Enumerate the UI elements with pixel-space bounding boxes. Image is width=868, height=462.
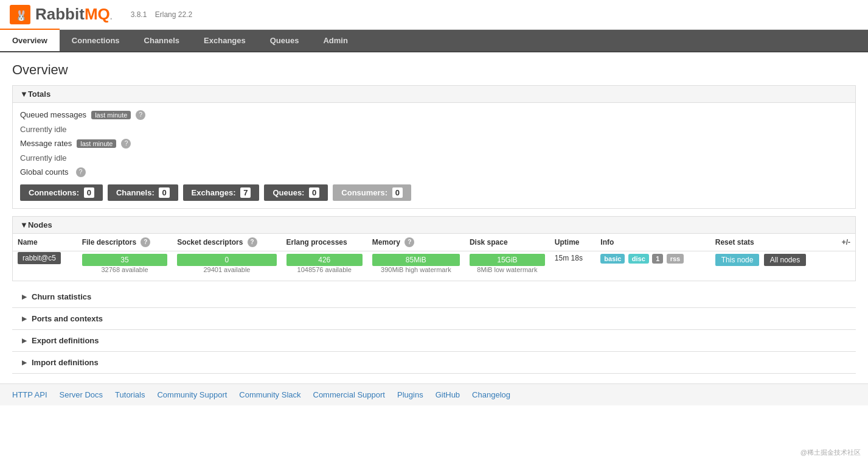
queued-messages-label: Queued messages — [20, 110, 86, 119]
svg-text:🐰: 🐰 — [15, 10, 27, 21]
col-info: Info — [595, 234, 710, 251]
churn-arrow: ▶ — [22, 293, 27, 300]
nav-admin[interactable]: Admin — [311, 30, 359, 51]
tag-basic[interactable]: basic — [600, 254, 625, 264]
socket-desc-help[interactable]: ? — [248, 237, 257, 247]
file-desc-sub: 32768 available — [82, 266, 168, 273]
reset-stats-cell: This node All nodes — [710, 251, 833, 276]
footer-plugins[interactable]: Plugins — [397, 390, 423, 399]
footer-http-api[interactable]: HTTP API — [12, 390, 47, 399]
tag-disc[interactable]: disc — [628, 254, 649, 264]
col-reset: Reset stats — [710, 234, 833, 251]
footer-tutorials[interactable]: Tutorials — [115, 390, 145, 399]
global-counts-label: Global counts — [20, 167, 69, 177]
page-title: Overview — [12, 62, 856, 78]
logo: 🐰 RabbitMQ. — [10, 5, 113, 24]
rates-help[interactable]: ? — [121, 139, 131, 149]
ports-contexts-header[interactable]: ▶ Ports and contexts — [12, 308, 856, 329]
message-rates-label: Message rates — [20, 139, 72, 148]
col-socket-desc: Socket descriptors ? — [172, 234, 281, 251]
file-desc-help[interactable]: ? — [141, 237, 150, 247]
memory-cell: 85MiB 390MiB high watermark — [367, 251, 465, 276]
tag-1: 1 — [652, 254, 663, 264]
footer-github[interactable]: GitHub — [436, 390, 460, 399]
nav-connections[interactable]: Connections — [60, 30, 132, 51]
footer-server-docs[interactable]: Server Docs — [60, 390, 103, 399]
queued-messages-row: Queued messages last minute ? — [20, 110, 848, 120]
memory-help[interactable]: ? — [404, 237, 414, 247]
exchanges-btn[interactable]: Exchanges: 7 — [183, 184, 260, 201]
tag-rss: rss — [667, 254, 684, 264]
nodes-table-header: Name File descriptors ? Socket descripto… — [13, 234, 855, 251]
export-definitions-header[interactable]: ▶ Export definitions — [12, 330, 856, 351]
message-rates-row: Message rates last minute ? — [20, 139, 848, 149]
table-row: rabbit@c5 35 32768 available 0 29401 ava… — [13, 251, 855, 276]
memory-value: 85MiB — [372, 254, 460, 266]
col-file-desc: File descriptors ? — [77, 234, 173, 251]
nodes-label: Nodes — [28, 220, 52, 229]
erlang-cell: 426 1048576 available — [282, 251, 367, 276]
this-node-btn[interactable]: This node — [715, 254, 760, 266]
erlang-sub: 1048576 available — [286, 266, 363, 273]
file-desc-cell: 35 32768 available — [77, 251, 173, 276]
col-plus-minus: +/- — [833, 234, 855, 251]
nav-exchanges[interactable]: Exchanges — [192, 30, 258, 51]
churn-statistics-section: ▶ Churn statistics — [12, 286, 856, 308]
queued-help[interactable]: ? — [136, 110, 145, 120]
consumers-btn[interactable]: Consumers: 0 — [333, 184, 411, 201]
uptime-value: 15m 18s — [555, 254, 583, 262]
churn-statistics-header[interactable]: ▶ Churn statistics — [12, 286, 856, 307]
logo-rabbit: RabbitMQ. — [35, 5, 113, 24]
queues-btn[interactable]: Queues: 0 — [264, 184, 328, 201]
socket-desc-cell: 0 29401 available — [172, 251, 281, 276]
nodes-arrow: ▼ — [20, 220, 28, 229]
totals-section: ▼ Totals Queued messages last minute ? C… — [12, 85, 856, 209]
disk-cell: 15GiB 8MiB low watermark — [465, 251, 550, 276]
connections-btn[interactable]: Connections: 0 — [20, 184, 103, 201]
import-definitions-section: ▶ Import definitions — [12, 352, 856, 374]
col-memory: Memory ? — [367, 234, 465, 251]
plus-minus-btn[interactable]: +/- — [842, 238, 850, 247]
header: 🐰 RabbitMQ. 3.8.1 Erlang 22.2 — [0, 0, 868, 30]
main-nav: Overview Connections Channels Exchanges … — [0, 30, 868, 52]
node-name-cell: rabbit@c5 — [13, 251, 77, 276]
nodes-header[interactable]: ▼ Nodes — [13, 217, 855, 234]
export-label: Export definitions — [32, 336, 99, 345]
import-label: Import definitions — [32, 358, 99, 367]
nodes-section: ▼ Nodes Name File descriptors ? Socket d… — [12, 216, 856, 281]
socket-desc-sub: 29401 available — [177, 266, 276, 273]
totals-header[interactable]: ▼ Totals — [13, 86, 855, 103]
nav-queues[interactable]: Queues — [258, 30, 311, 51]
erlang-value: 426 — [286, 254, 363, 266]
import-definitions-header[interactable]: ▶ Import definitions — [12, 352, 856, 373]
all-nodes-btn[interactable]: All nodes — [764, 254, 806, 266]
currently-idle-2: Currently idle — [20, 153, 848, 163]
count-buttons: Connections: 0 Channels: 0 Exchanges: 7 … — [20, 184, 848, 201]
nodes-table: Name File descriptors ? Socket descripto… — [13, 234, 855, 276]
global-counts-row: Global counts ? — [20, 167, 848, 177]
ports-contexts-section: ▶ Ports and contexts — [12, 308, 856, 330]
footer-community-slack[interactable]: Community Slack — [239, 390, 300, 399]
channels-btn[interactable]: Channels: 0 — [108, 184, 178, 201]
global-help[interactable]: ? — [76, 167, 86, 177]
footer-commercial-support[interactable]: Commercial Support — [313, 390, 386, 399]
extra-cell — [833, 251, 855, 276]
nav-channels[interactable]: Channels — [132, 30, 192, 51]
socket-desc-value: 0 — [177, 254, 276, 266]
file-desc-value: 35 — [82, 254, 168, 266]
rates-badge: last minute — [77, 139, 116, 148]
footer-changelog[interactable]: Changelog — [472, 390, 510, 399]
footer-community-support[interactable]: Community Support — [157, 390, 227, 399]
main-content: Overview ▼ Totals Queued messages last m… — [0, 52, 868, 383]
node-name: rabbit@c5 — [18, 252, 61, 264]
import-arrow: ▶ — [22, 359, 27, 366]
export-arrow: ▶ — [22, 337, 27, 344]
footer: HTTP API Server Docs Tutorials Community… — [0, 383, 868, 405]
col-name: Name — [13, 234, 77, 251]
currently-idle-1: Currently idle — [20, 125, 848, 134]
col-uptime: Uptime — [550, 234, 595, 251]
totals-label: Totals — [28, 89, 50, 99]
churn-label: Churn statistics — [32, 292, 91, 301]
nav-overview[interactable]: Overview — [0, 29, 60, 51]
logo-icon: 🐰 — [10, 5, 30, 24]
